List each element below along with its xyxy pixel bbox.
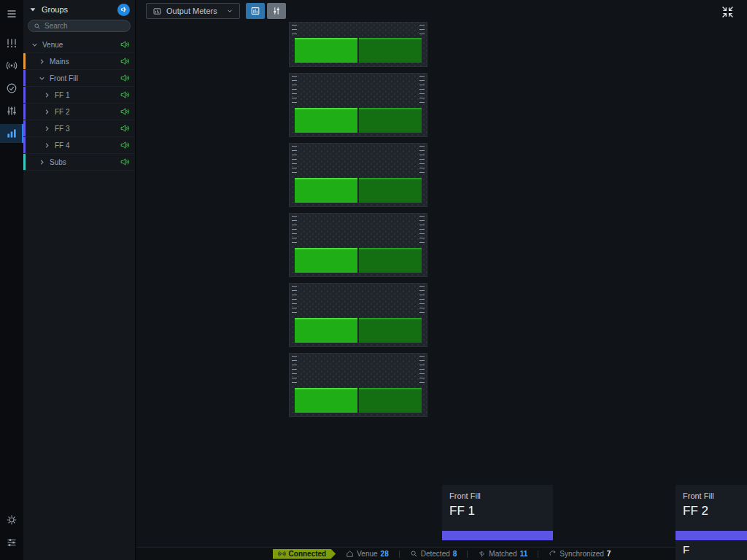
nav-meters-button[interactable] xyxy=(0,124,23,143)
meter-bar-left xyxy=(295,248,357,273)
meter-bar-left xyxy=(295,108,357,133)
status-matched[interactable]: Matched 11 xyxy=(478,550,527,558)
chevron-right-icon[interactable] xyxy=(43,91,51,99)
nav-preferences-button[interactable] xyxy=(0,533,23,552)
group-color-strip xyxy=(23,70,26,86)
meter-bar-right xyxy=(359,108,422,133)
collapse-arrows-icon xyxy=(721,6,734,18)
search-icon xyxy=(410,550,418,558)
meter-panel[interactable] xyxy=(289,143,427,207)
meter-panel[interactable] xyxy=(289,73,427,137)
status-bar: Connected Venue 28 Detected 8 Matched 11 xyxy=(136,547,747,560)
meter-panel[interactable] xyxy=(289,283,427,347)
status-detected[interactable]: Detected 8 xyxy=(410,550,457,558)
status-value: 8 xyxy=(453,550,457,558)
broadcast-icon xyxy=(278,550,286,558)
meter-scale-right xyxy=(419,356,425,384)
chevron-down-icon[interactable] xyxy=(31,41,39,49)
tree-item-ff-1[interactable]: FF 1 xyxy=(23,87,135,104)
sync-icon xyxy=(549,550,557,558)
groups-collapse-chevron[interactable] xyxy=(28,5,37,14)
check-circle-icon xyxy=(6,82,18,94)
speaker-icon[interactable] xyxy=(120,73,130,83)
tree-item-ff-2[interactable]: FF 2 xyxy=(23,104,135,120)
device-card-ff-2[interactable]: Front Fill FF 2 xyxy=(676,485,747,540)
speaker-icon xyxy=(120,6,128,13)
preferences-sliders-icon xyxy=(6,537,18,548)
group-color-strip xyxy=(23,36,26,52)
tree-item-ff-4[interactable]: FF 4 xyxy=(23,137,135,154)
tree-item-label: FF 3 xyxy=(55,125,70,133)
meter-panel[interactable] xyxy=(289,353,427,417)
exit-fullscreen-button[interactable] xyxy=(721,6,734,18)
meter-panel[interactable] xyxy=(289,213,427,277)
status-synchronized[interactable]: Synchronized 7 xyxy=(549,550,611,558)
panel-meters-icon xyxy=(250,6,260,16)
tree-item-ff-3[interactable]: FF 3 xyxy=(23,120,135,137)
tree-item-label: Subs xyxy=(50,158,66,166)
nav-settings-button[interactable] xyxy=(0,510,23,529)
search-input[interactable] xyxy=(44,22,125,30)
tree-item-subs[interactable]: Subs xyxy=(23,154,135,171)
status-label: Venue xyxy=(357,550,377,558)
tree-item-label: Mains xyxy=(50,58,69,66)
menu-button[interactable] xyxy=(0,4,23,23)
status-venue[interactable]: Venue 28 xyxy=(346,550,389,558)
meter-scale-left xyxy=(292,25,297,34)
toggle-fader-meters-button[interactable] xyxy=(267,3,286,19)
meter-bar-right xyxy=(359,248,422,273)
tree-item-front-fill[interactable]: Front Fill xyxy=(23,70,135,87)
meter-scale-left xyxy=(292,356,297,384)
speaker-icon[interactable] xyxy=(120,123,130,133)
search-icon xyxy=(34,23,41,30)
tree-item-venue[interactable]: Venue xyxy=(23,36,135,53)
speaker-icon[interactable] xyxy=(120,56,130,66)
meter-scale-left xyxy=(292,216,297,244)
group-color-strip xyxy=(23,87,26,103)
groups-title: Groups xyxy=(42,5,68,14)
status-separator xyxy=(467,551,468,558)
meter-scale-right xyxy=(419,146,425,174)
meter-scale-right xyxy=(419,76,425,104)
groups-action-button[interactable] xyxy=(117,4,130,16)
chevron-right-icon[interactable] xyxy=(38,58,46,66)
speaker-icon[interactable] xyxy=(120,39,130,50)
meter-bar-right xyxy=(359,318,422,343)
nav-rail xyxy=(0,0,23,560)
meter-bar-left xyxy=(295,178,357,203)
connection-status-badge[interactable]: Connected xyxy=(273,549,336,559)
card-group-label: Front Fill xyxy=(442,485,553,500)
meter-panel[interactable] xyxy=(289,22,427,67)
status-label: Detected xyxy=(421,550,450,558)
speaker-icon[interactable] xyxy=(120,106,130,117)
nav-checklist-button[interactable] xyxy=(0,79,23,98)
tree-item-label: Venue xyxy=(42,41,63,49)
status-value: 11 xyxy=(520,550,528,558)
toggle-panel-meters-button[interactable] xyxy=(246,3,265,19)
group-color-strip xyxy=(23,53,26,69)
speaker-icon[interactable] xyxy=(120,140,130,150)
nav-discovery-button[interactable] xyxy=(0,56,23,75)
chevron-down-icon[interactable] xyxy=(38,74,46,82)
usb-icon xyxy=(478,550,486,558)
speaker-icon[interactable] xyxy=(120,157,130,167)
group-color-strip xyxy=(23,154,26,170)
chevron-right-icon[interactable] xyxy=(38,158,46,166)
tree-item-mains[interactable]: Mains xyxy=(23,53,135,70)
group-color-strip xyxy=(23,104,26,120)
hamburger-icon xyxy=(6,8,18,20)
chevron-right-icon[interactable] xyxy=(43,125,51,133)
meter-bar-right xyxy=(359,388,422,413)
chevron-right-icon[interactable] xyxy=(43,141,51,149)
group-color-strip xyxy=(23,120,26,136)
app-window: Groups Venue Mains Front Fill xyxy=(0,0,747,560)
nav-mixer-button[interactable] xyxy=(0,101,23,120)
groups-header[interactable]: Groups xyxy=(23,0,135,19)
device-card-ff-1[interactable]: Front Fill FF 1 xyxy=(442,485,553,540)
view-selector-dropdown[interactable]: Output Meters xyxy=(146,3,240,19)
nav-devices-button[interactable] xyxy=(0,34,23,52)
card-device-name: F xyxy=(676,541,747,556)
speaker-icon[interactable] xyxy=(120,90,130,100)
chevron-right-icon[interactable] xyxy=(43,108,51,116)
device-card-partial[interactable]: F xyxy=(676,541,747,560)
